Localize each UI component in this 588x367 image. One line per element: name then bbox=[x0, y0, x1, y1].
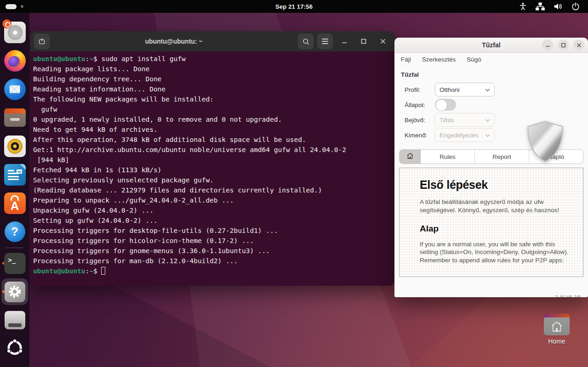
maximize-button[interactable] bbox=[356, 34, 371, 49]
clock[interactable]: Sep 21 17:56 bbox=[275, 3, 313, 10]
clipped-status-text: 2.46 kB 2/8 bbox=[555, 294, 581, 297]
dock-item-thunderbird[interactable] bbox=[0, 75, 29, 103]
menu-item-fájl[interactable]: Fájl bbox=[401, 56, 411, 63]
desktop-home-shortcut[interactable]: Home bbox=[543, 314, 570, 345]
menu-item-szerkesztés[interactable]: Szerkesztés bbox=[422, 56, 456, 63]
profile-label: Profil: bbox=[405, 86, 435, 93]
terminal-line: Get:1 http://archive.ubuntu.com/ubuntu n… bbox=[33, 145, 392, 155]
home-icon bbox=[406, 152, 414, 161]
dock-item-rhythmbox[interactable] bbox=[0, 132, 29, 160]
content-subheading: Alap bbox=[420, 224, 569, 234]
thunderbird-icon bbox=[4, 79, 26, 100]
terminal-line: Setting up gufw (24.04.0-2) ... bbox=[33, 215, 392, 226]
firewall-body: Tűzfal Profil: Otthoni Állapot: bbox=[394, 66, 588, 297]
terminal-line: Building dependency tree... Done bbox=[33, 74, 392, 84]
dock-item-firefox[interactable] bbox=[0, 46, 29, 75]
terminal-header: ubuntu@ubuntu: ~ bbox=[30, 31, 394, 51]
status-toggle[interactable] bbox=[435, 99, 456, 111]
workspace-active-pill[interactable] bbox=[6, 4, 17, 9]
dock-item-app-center[interactable]: A bbox=[0, 189, 29, 217]
app-center-icon: A bbox=[4, 192, 26, 214]
top-bar: Sep 21 17:56 bbox=[0, 0, 588, 13]
trash-icon bbox=[5, 311, 25, 329]
volume-icon[interactable] bbox=[554, 2, 563, 11]
ubuntu-installer-icon bbox=[4, 22, 26, 43]
dock-item-help[interactable]: ? bbox=[0, 217, 29, 246]
incoming-dropdown: Tiltás bbox=[435, 113, 495, 127]
terminal-line: gufw bbox=[33, 104, 392, 114]
content-body: If you are a normal user, you will be sa… bbox=[420, 240, 569, 265]
content-intro: A tűzfal beállításának egyszerű módja az… bbox=[420, 198, 569, 215]
terminal-title: ubuntu@ubuntu: ~ bbox=[50, 38, 298, 45]
firewall-section-label: Tűzfal bbox=[401, 71, 588, 78]
dock: A ? >_ bbox=[0, 13, 29, 367]
terminal-line: 0 upgraded, 1 newly installed, 0 to remo… bbox=[33, 114, 392, 124]
firewall-window: Tűzfal FájlSzerkesztésSúgó Tűzfal Profil… bbox=[394, 38, 588, 297]
terminal-cursor bbox=[101, 267, 105, 275]
terminal-line: Need to get 944 kB of archives. bbox=[33, 124, 392, 135]
workspace-inactive-dot[interactable] bbox=[21, 5, 23, 8]
minimize-button[interactable] bbox=[542, 40, 553, 51]
terminal-line: ubuntu@ubuntu:~$ bbox=[33, 266, 392, 276]
terminal-line: After this operation, 3748 kB of additio… bbox=[33, 135, 392, 145]
chevron-down-icon bbox=[485, 86, 490, 93]
gear-icon bbox=[5, 282, 25, 302]
terminal-line: (Reading database ... 212979 files and d… bbox=[33, 185, 392, 195]
status-label: Állapot: bbox=[405, 102, 435, 108]
terminal-line: Preparing to unpack .../gufw_24.04.0-2_a… bbox=[33, 195, 392, 205]
close-button[interactable] bbox=[375, 34, 391, 49]
close-button[interactable] bbox=[573, 40, 584, 51]
search-button[interactable] bbox=[298, 34, 314, 49]
menu-button[interactable] bbox=[317, 34, 333, 49]
profile-dropdown[interactable]: Otthoni bbox=[435, 83, 495, 96]
firefox-icon bbox=[4, 50, 26, 72]
tab-home[interactable] bbox=[400, 150, 421, 164]
dock-item-terminal[interactable]: >_ bbox=[0, 249, 29, 277]
desktop: Sep 21 17:56 bbox=[0, 0, 588, 367]
terminal-line: Selecting previously unselected package … bbox=[33, 175, 392, 185]
terminal-window: ubuntu@ubuntu: ~ ubuntu@ubuntu:~ bbox=[30, 31, 394, 286]
chevron-down-icon bbox=[485, 117, 490, 124]
tab-report[interactable]: Report bbox=[475, 150, 529, 164]
power-icon[interactable] bbox=[571, 2, 580, 11]
menu-item-súgó[interactable]: Súgó bbox=[467, 56, 481, 63]
terminal-line: Unpacking gufw (24.04.0-2) ... bbox=[33, 205, 392, 215]
new-tab-button[interactable] bbox=[34, 34, 50, 49]
terminal-line: [944 kB] bbox=[33, 155, 392, 165]
terminal-line: Processing triggers for gnome-menus (3.3… bbox=[33, 246, 392, 256]
dock-item-firewall-settings[interactable] bbox=[0, 277, 29, 306]
dock-item-libreoffice-writer[interactable] bbox=[0, 160, 29, 189]
dock-item-files[interactable] bbox=[0, 103, 29, 132]
workspace-indicator[interactable] bbox=[0, 4, 101, 9]
network-icon[interactable] bbox=[536, 2, 545, 11]
terminal-line: Reading state information... Done bbox=[33, 84, 392, 94]
libreoffice-writer-icon bbox=[4, 164, 26, 186]
accessibility-icon[interactable] bbox=[519, 2, 527, 11]
terminal-icon: >_ bbox=[4, 253, 26, 274]
terminal-line: The following NEW packages will be insta… bbox=[33, 94, 392, 104]
maximize-button[interactable] bbox=[558, 40, 569, 51]
dock-separator bbox=[6, 248, 24, 248]
dock-item-ubuntu-installer[interactable] bbox=[0, 18, 29, 46]
terminal-line: ubuntu@ubuntu:~$ sudo apt install gufw bbox=[33, 54, 392, 64]
shield-icon bbox=[526, 120, 564, 164]
incoming-label: Bejövő: bbox=[405, 117, 435, 124]
minimize-button[interactable] bbox=[337, 34, 352, 49]
terminal-output[interactable]: ubuntu@ubuntu:~$ sudo apt install gufwRe… bbox=[30, 51, 394, 278]
dock-item-trash[interactable] bbox=[0, 306, 29, 334]
tab-rules[interactable]: Rules bbox=[421, 150, 475, 164]
home-shortcut-label: Home bbox=[543, 338, 570, 345]
firewall-titlebar: Tűzfal bbox=[394, 38, 588, 53]
files-icon bbox=[4, 108, 26, 127]
system-status-area[interactable] bbox=[487, 2, 588, 11]
firewall-menubar: FájlSzerkesztésSúgó bbox=[394, 53, 588, 66]
rhythmbox-icon bbox=[4, 136, 26, 157]
terminal-line: Processing triggers for hicolor-icon-the… bbox=[33, 236, 392, 246]
outgoing-dropdown: Engedélyezés bbox=[435, 128, 495, 142]
ubuntu-logo-icon bbox=[5, 338, 24, 359]
chevron-down-icon bbox=[485, 132, 490, 139]
outgoing-label: Kimenő: bbox=[405, 132, 435, 139]
terminal-line: Fetched 944 kB in 1s (1133 kB/s) bbox=[33, 165, 392, 175]
dock-show-apps-button[interactable] bbox=[0, 334, 29, 363]
terminal-line: Processing triggers for desktop-file-uti… bbox=[33, 226, 392, 236]
